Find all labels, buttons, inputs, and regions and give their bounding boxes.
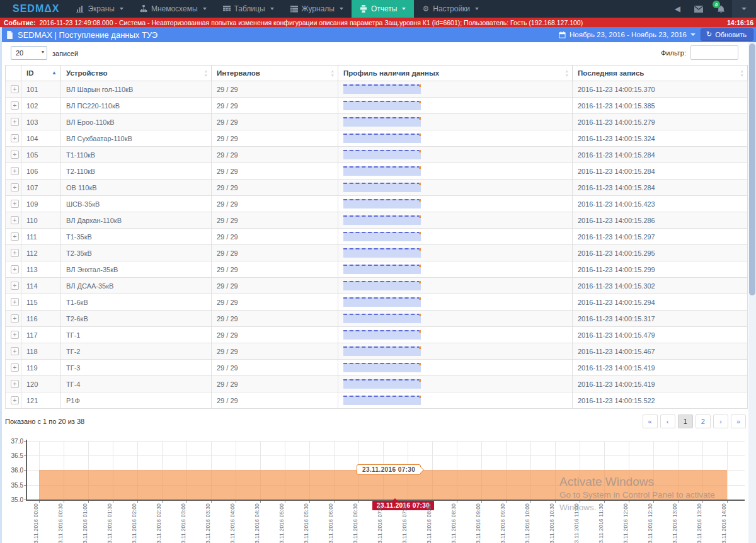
x-tick-label: 23.11.2016 02:30 xyxy=(156,503,162,543)
column-header-device[interactable]: Устройство▲▼ xyxy=(61,66,212,81)
x-tick-label: 23.11.2016 00:30 xyxy=(57,503,64,543)
column-header-last-record[interactable]: Последняя запись▲▼ xyxy=(573,66,748,81)
cell-id: 105 xyxy=(21,147,61,163)
notifications-icon[interactable]: 0 xyxy=(710,0,732,18)
spark-endpoint-dot xyxy=(419,150,421,152)
expand-row-button[interactable]: + xyxy=(11,118,19,126)
cell-last-record: 2016-11-23 14:00:15.467 xyxy=(573,343,748,360)
x-tick-label: 23.11.2016 09:00 xyxy=(475,503,481,543)
cell-last-record: 2016-11-23 14:00:15.324 xyxy=(573,130,748,147)
expand-row-button[interactable]: + xyxy=(11,396,19,404)
page-button-0[interactable]: « xyxy=(643,414,658,428)
menu-item-label: Журналы xyxy=(302,4,335,13)
x-tick-label: 23.11.2016 04:30 xyxy=(254,503,260,543)
table-row: +112Т2-35кВ29 / 292016-11-23 14:00:15.29… xyxy=(6,245,748,261)
cell-intervals: 29 / 29 xyxy=(212,360,338,376)
pagination: «‹12›» xyxy=(643,414,747,428)
x-tick-label: 23.11.2016 01:00 xyxy=(82,503,88,543)
page-button-3[interactable]: 2 xyxy=(696,414,711,428)
filter-input[interactable] xyxy=(690,45,738,60)
expand-row-button[interactable]: + xyxy=(11,200,19,208)
cell-id: 111 xyxy=(21,229,61,245)
expand-row-button[interactable]: + xyxy=(11,265,19,273)
expand-row-button[interactable]: + xyxy=(11,380,19,388)
menu-item-1[interactable]: Мнемосхемы xyxy=(132,0,215,18)
y-tick-label: 37.0 xyxy=(0,438,23,445)
cell-last-record: 2016-11-23 14:00:15.419 xyxy=(573,360,748,376)
spark-endpoint-dot xyxy=(419,232,421,234)
cell-device: ШСВ-35кВ xyxy=(61,196,212,212)
expand-row-button[interactable]: + xyxy=(11,282,19,290)
table-row: +104ВЛ Сухбаатар-110кВ29 / 292016-11-23 … xyxy=(6,130,748,147)
x-tick-mark xyxy=(162,501,163,503)
refresh-button[interactable]: ↻ Обновить xyxy=(701,28,753,41)
x-tick-mark xyxy=(39,501,40,503)
expand-row-button[interactable]: + xyxy=(11,151,19,159)
menu-item-2[interactable]: Таблицы xyxy=(215,0,282,18)
collapse-panel-icon[interactable]: ◀ xyxy=(668,0,687,18)
cell-id: 115 xyxy=(21,294,61,311)
x-tick-mark xyxy=(236,501,236,503)
data-profile-sparkline xyxy=(343,346,421,356)
page-button-4[interactable]: › xyxy=(713,414,728,428)
expand-row-button[interactable]: + xyxy=(11,167,19,175)
expand-row-button[interactable]: + xyxy=(11,298,19,306)
spark-endpoint-dot xyxy=(419,199,421,202)
expand-row-button[interactable]: + xyxy=(11,347,19,355)
cell-device: Р1Ф xyxy=(61,392,212,409)
cell-last-record: 2016-11-23 14:00:15.295 xyxy=(573,245,748,261)
x-tick-label: 23.11.2016 06:30 xyxy=(352,503,358,543)
expand-row-button[interactable]: + xyxy=(11,331,19,339)
menu-item-4[interactable]: Отчеты xyxy=(352,0,414,18)
messages-icon[interactable] xyxy=(687,0,710,18)
x-tick-mark xyxy=(186,501,187,503)
page-button-5[interactable]: » xyxy=(731,414,746,428)
cell-id: 112 xyxy=(21,245,61,261)
expand-row-button[interactable]: + xyxy=(11,232,19,241)
sort-idle-icon: ▲▼ xyxy=(204,69,208,77)
user-menu-chevron-icon[interactable] xyxy=(732,0,756,18)
column-header-id[interactable]: ID▲ xyxy=(21,66,61,81)
app: SEDMΔX ЭкраныМнемосхемыТаблицыЖурналыОтч… xyxy=(0,0,756,543)
cell-id: 113 xyxy=(21,261,61,278)
spark-endpoint-dot xyxy=(419,379,421,382)
cell-device: ВЛ Ероо-110кВ xyxy=(61,114,212,130)
cell-intervals: 29 / 29 xyxy=(212,212,338,229)
cell-last-record: 2016-11-23 14:00:15.286 xyxy=(573,212,748,229)
expand-row-button[interactable]: + xyxy=(11,134,19,142)
expand-row-button[interactable]: + xyxy=(11,249,19,257)
cell-last-record: 2016-11-23 14:00:15.317 xyxy=(573,311,748,327)
date-range-picker[interactable]: Ноябрь 23, 2016 - Ноябрь 23, 2016 xyxy=(559,31,696,38)
chevron-down-icon xyxy=(340,8,343,10)
cell-last-record: 2016-11-23 14:00:15.297 xyxy=(573,229,748,245)
menu-item-0[interactable]: Экраны xyxy=(68,0,131,18)
cell-id: 121 xyxy=(21,392,61,409)
cell-intervals: 29 / 29 xyxy=(212,343,338,360)
cell-last-record: 2016-11-23 14:00:15.284 xyxy=(573,163,748,180)
cell-id: 101 xyxy=(21,81,61,98)
table-row: +102ВЛ ПС220-110кВ29 / 292016-11-23 14:0… xyxy=(6,98,748,114)
data-profile-sparkline xyxy=(343,314,421,323)
table-row: +111Т1-35кВ29 / 292016-11-23 14:00:15.29… xyxy=(6,229,748,245)
column-header-profile[interactable]: Профиль наличия данных▲▼ xyxy=(338,66,573,81)
cell-intervals: 29 / 29 xyxy=(212,376,338,392)
x-tick-label: 23.11.2016 14:00 xyxy=(721,503,727,543)
menu-item-5[interactable]: ⚙Настройки xyxy=(414,0,487,18)
menu-item-3[interactable]: Журналы xyxy=(282,0,352,18)
scrollbar-thumb[interactable] xyxy=(749,43,755,295)
page-button-1[interactable]: ‹ xyxy=(660,414,675,428)
expand-row-button[interactable]: + xyxy=(11,183,19,191)
page-size-select[interactable]: 20 xyxy=(11,46,47,60)
cell-intervals: 29 / 29 xyxy=(212,98,338,114)
column-header-intervals[interactable]: Интервалов▲▼ xyxy=(212,66,338,81)
vertical-scrollbar[interactable] xyxy=(748,42,756,543)
expand-row-button[interactable]: + xyxy=(11,363,19,372)
page-button-2[interactable]: 1 xyxy=(678,414,693,428)
expand-row-button[interactable]: + xyxy=(11,85,19,93)
cell-id: 118 xyxy=(21,343,61,360)
expand-row-button[interactable]: + xyxy=(11,101,19,110)
expand-row-button[interactable]: + xyxy=(11,314,19,323)
chevron-down-icon xyxy=(402,8,406,10)
expand-row-button[interactable]: + xyxy=(11,216,19,224)
cell-last-record: 2016-11-23 14:00:15.284 xyxy=(573,180,748,196)
